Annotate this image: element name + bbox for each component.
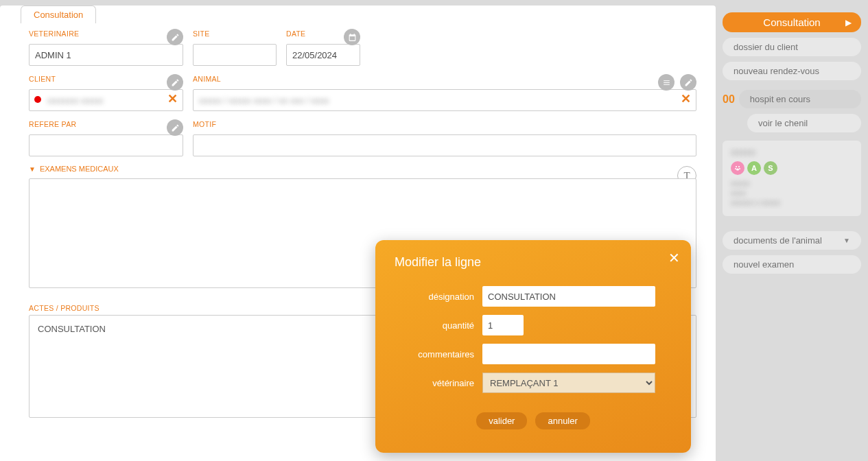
label-client: CLIENT <box>29 75 161 83</box>
label-site: SITE <box>193 29 277 38</box>
badge-s[interactable]: S <box>764 161 777 175</box>
svg-point-2 <box>735 168 736 169</box>
field-motif: MOTIF <box>193 118 696 156</box>
field-refere: REFERE PAR <box>29 118 183 156</box>
list-animal-icon[interactable] <box>658 74 675 91</box>
section-toggle-examens[interactable]: ▼ EXAMENS MEDICAUX <box>29 165 696 173</box>
edit-animal-icon[interactable] <box>680 74 696 91</box>
modal-label-commentaires: commentaires <box>395 349 482 359</box>
valider-button[interactable]: valider <box>476 412 527 429</box>
edit-veterinaire-icon[interactable] <box>167 29 183 45</box>
patient-name: xxxxxx <box>731 147 853 157</box>
sidebar-voir-chenil-button[interactable]: voir le chenil <box>747 114 861 132</box>
label-date: DATE <box>286 29 338 38</box>
patient-line1: xxxxx <box>731 179 853 187</box>
svg-point-3 <box>739 168 740 169</box>
modal-modifier-ligne: ✕ Modifier la ligne désignation quantité… <box>375 240 691 453</box>
sidebar: Consultation ▶ dossier du client nouveau… <box>716 0 868 461</box>
modal-title: Modifier la ligne <box>395 255 672 270</box>
sidebar-consultation-label: Consultation <box>763 16 820 28</box>
svg-point-0 <box>736 166 737 167</box>
input-veterinaire[interactable] <box>29 44 183 66</box>
label-animal: ANIMAL <box>193 75 653 83</box>
tab-row: Consultation <box>21 5 709 23</box>
sidebar-documents-animal-button[interactable]: documents de l'animal ▼ <box>723 231 861 250</box>
chevron-right-icon: ▶ <box>845 18 852 27</box>
section-label-examens: EXAMENS MEDICAUX <box>40 165 119 173</box>
edit-refere-icon[interactable] <box>167 119 183 136</box>
hospit-count: 00 <box>723 93 735 106</box>
sidebar-nouveau-rdv-button[interactable]: nouveau rendez-vous <box>723 62 861 80</box>
sidebar-nouvel-examen-button[interactable]: nouvel examen <box>723 255 861 274</box>
label-motif: MOTIF <box>193 120 696 128</box>
tab-consultation[interactable]: Consultation <box>21 5 96 23</box>
patient-line2: xxxx <box>731 189 853 197</box>
close-icon[interactable]: ✕ <box>668 250 680 266</box>
patient-line3: xxxxxx x xxxxx <box>731 198 853 206</box>
client-value: xxxxxxx xxxxx <box>47 95 104 106</box>
field-veterinaire: VETERINAIRE <box>29 27 183 66</box>
calendar-icon[interactable] <box>344 29 360 45</box>
patient-card: xxxxxx A S xxxxx xxxx xxxxxx x xxxxx <box>723 141 861 216</box>
sidebar-hospit-en-cours-button[interactable]: hospit en cours <box>739 90 861 108</box>
badge-a[interactable]: A <box>747 161 761 175</box>
annuler-button[interactable]: annuler <box>535 412 589 429</box>
hospit-row: 00 hospit en cours <box>723 90 861 108</box>
label-veterinaire: VETERINAIRE <box>29 29 161 38</box>
sidebar-dossier-client-button[interactable]: dossier du client <box>723 38 861 56</box>
input-motif[interactable] <box>193 134 696 156</box>
svg-point-4 <box>736 168 739 170</box>
client-status-dot <box>34 96 41 103</box>
clear-animal-icon[interactable]: ✕ <box>681 91 691 106</box>
svg-point-1 <box>738 166 740 167</box>
modal-input-quantite[interactable] <box>482 315 524 335</box>
modal-input-designation[interactable] <box>482 286 655 307</box>
modal-select-veterinaire[interactable]: REMPLAÇANT 1 <box>482 373 655 393</box>
label-refere: REFERE PAR <box>29 120 161 128</box>
paw-icon[interactable] <box>731 161 744 175</box>
input-refere[interactable] <box>29 134 183 156</box>
input-client[interactable]: xxxxxxx xxxxx <box>29 89 183 111</box>
sidebar-consultation-button[interactable]: Consultation ▶ <box>723 12 861 32</box>
badge-row: A S <box>731 161 853 175</box>
edit-client-icon[interactable] <box>167 74 183 91</box>
field-animal: ANIMAL xxxxx / xxxxx xxxx / xx xxx / xxx… <box>193 73 696 111</box>
chevron-down-icon: ▼ <box>843 237 850 244</box>
animal-value: xxxxx / xxxxx xxxx / xx xxx / xxxx <box>199 95 329 106</box>
sidebar-documents-animal-label: documents de l'animal <box>734 235 822 246</box>
modal-input-commentaires[interactable] <box>482 344 655 364</box>
modal-label-veterinaire: vétérinaire <box>395 378 482 388</box>
input-site[interactable] <box>193 44 277 66</box>
input-animal[interactable]: xxxxx / xxxxx xxxx / xx xxx / xxxx <box>193 89 696 111</box>
modal-label-designation: désignation <box>395 292 482 302</box>
field-date: DATE <box>286 27 360 66</box>
modal-label-quantite: quantité <box>395 320 482 331</box>
field-site: SITE <box>193 27 277 66</box>
clear-client-icon[interactable]: ✕ <box>167 91 178 106</box>
input-date[interactable] <box>286 44 360 66</box>
field-client: CLIENT xxxxxxx xxxxx ✕ <box>29 73 183 111</box>
triangle-down-icon: ▼ <box>29 165 36 173</box>
